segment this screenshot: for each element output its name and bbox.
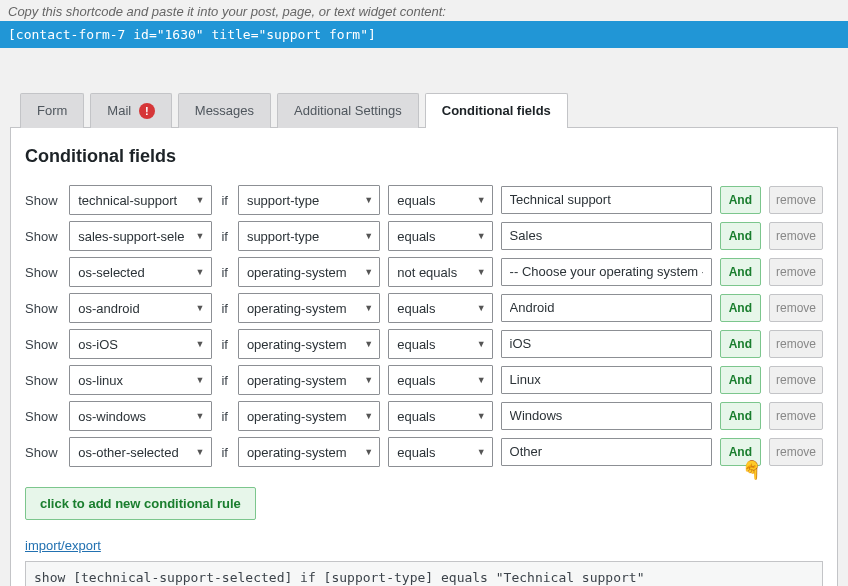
value-input[interactable]: [501, 258, 712, 286]
remove-button[interactable]: remove: [769, 222, 823, 250]
show-label: Show: [25, 409, 61, 424]
remove-button[interactable]: remove: [769, 402, 823, 430]
if-label: if: [220, 301, 230, 316]
rule-row: Showos-selectedifoperating-systemnot equ…: [25, 257, 823, 287]
value-input[interactable]: [501, 186, 712, 214]
field-select[interactable]: operating-system: [238, 401, 380, 431]
field-select[interactable]: operating-system: [238, 365, 380, 395]
rule-row: Showsales-support-seleifsupport-typeequa…: [25, 221, 823, 251]
value-input[interactable]: [501, 330, 712, 358]
operator-select[interactable]: equals: [388, 329, 492, 359]
remove-button[interactable]: remove: [769, 294, 823, 322]
and-button[interactable]: And: [720, 402, 761, 430]
and-button[interactable]: And: [720, 222, 761, 250]
field-select[interactable]: operating-system: [238, 437, 380, 467]
show-label: Show: [25, 265, 61, 280]
tab-additional-settings[interactable]: Additional Settings: [277, 93, 419, 128]
remove-button[interactable]: remove: [769, 258, 823, 286]
rule-row: Showtechnical-supportifsupport-typeequal…: [25, 185, 823, 215]
remove-button[interactable]: remove: [769, 366, 823, 394]
conditional-panel: Conditional fields Showtechnical-support…: [10, 128, 838, 586]
and-button[interactable]: And: [720, 294, 761, 322]
shortcode-hint: Copy this shortcode and paste it into yo…: [0, 0, 848, 21]
section-title: Conditional fields: [25, 146, 823, 167]
field-select[interactable]: operating-system: [238, 293, 380, 323]
add-conditional-rule-button[interactable]: click to add new conditional rule: [25, 487, 256, 520]
field-select[interactable]: operating-system: [238, 257, 380, 287]
if-label: if: [220, 445, 230, 460]
group-select[interactable]: os-linux: [69, 365, 211, 395]
show-label: Show: [25, 373, 61, 388]
field-select[interactable]: support-type: [238, 185, 380, 215]
and-button[interactable]: And: [720, 258, 761, 286]
remove-button[interactable]: remove: [769, 330, 823, 358]
field-select[interactable]: support-type: [238, 221, 380, 251]
tab-conditional-fields[interactable]: Conditional fields: [425, 93, 568, 128]
if-label: if: [220, 337, 230, 352]
tab-bar: Form Mail ! Messages Additional Settings…: [10, 92, 838, 128]
operator-select[interactable]: equals: [388, 185, 492, 215]
tab-messages[interactable]: Messages: [178, 93, 271, 128]
operator-select[interactable]: equals: [388, 221, 492, 251]
and-button[interactable]: And: [720, 186, 761, 214]
remove-button[interactable]: remove: [769, 438, 823, 466]
group-select[interactable]: os-other-selected: [69, 437, 211, 467]
tab-mail[interactable]: Mail !: [90, 93, 171, 128]
shortcode-bar: [contact-form-7 id="1630" title="support…: [0, 21, 848, 48]
export-box[interactable]: show [technical-support-selected] if [su…: [25, 561, 823, 586]
rule-row: Showos-other-selectedifoperating-systeme…: [25, 437, 823, 467]
if-label: if: [220, 409, 230, 424]
operator-select[interactable]: equals: [388, 293, 492, 323]
field-select[interactable]: operating-system: [238, 329, 380, 359]
value-input[interactable]: [501, 366, 712, 394]
show-label: Show: [25, 193, 61, 208]
value-input[interactable]: [501, 222, 712, 250]
if-label: if: [220, 265, 230, 280]
if-label: if: [220, 193, 230, 208]
group-select[interactable]: os-windows: [69, 401, 211, 431]
and-button[interactable]: And: [720, 366, 761, 394]
value-input[interactable]: [501, 438, 712, 466]
remove-button[interactable]: remove: [769, 186, 823, 214]
show-label: Show: [25, 337, 61, 352]
value-input[interactable]: [501, 294, 712, 322]
rule-row: Showos-iOSifoperating-systemequalsAndrem…: [25, 329, 823, 359]
rule-row: Showos-windowsifoperating-systemequalsAn…: [25, 401, 823, 431]
operator-select[interactable]: equals: [388, 401, 492, 431]
if-label: if: [220, 229, 230, 244]
rule-row: Showos-androidifoperating-systemequalsAn…: [25, 293, 823, 323]
import-export-link[interactable]: import/export: [25, 538, 101, 553]
group-select[interactable]: os-selected: [69, 257, 211, 287]
operator-select[interactable]: equals: [388, 365, 492, 395]
operator-select[interactable]: equals: [388, 437, 492, 467]
show-label: Show: [25, 445, 61, 460]
group-select[interactable]: sales-support-sele: [69, 221, 211, 251]
show-label: Show: [25, 301, 61, 316]
group-select[interactable]: os-android: [69, 293, 211, 323]
group-select[interactable]: os-iOS: [69, 329, 211, 359]
rule-row: Showos-linuxifoperating-systemequalsAndr…: [25, 365, 823, 395]
group-select[interactable]: technical-support: [69, 185, 211, 215]
tab-form[interactable]: Form: [20, 93, 84, 128]
operator-select[interactable]: not equals: [388, 257, 492, 287]
alert-icon: !: [139, 103, 155, 119]
and-button[interactable]: And: [720, 330, 761, 358]
if-label: if: [220, 373, 230, 388]
tab-mail-label: Mail: [107, 103, 131, 118]
value-input[interactable]: [501, 402, 712, 430]
show-label: Show: [25, 229, 61, 244]
cursor-icon: ☝: [741, 459, 763, 481]
